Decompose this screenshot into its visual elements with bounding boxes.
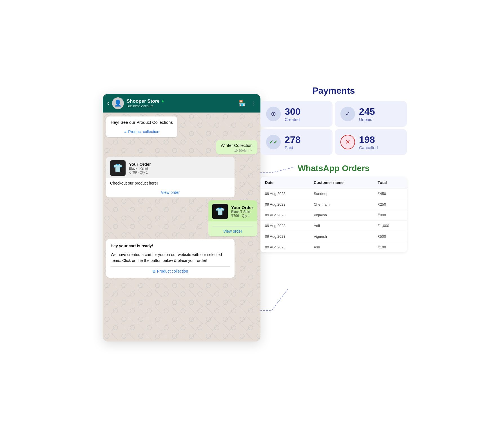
- menu-icon[interactable]: ⋮: [250, 100, 256, 107]
- order-details-1: Your Order Black T-Shirt ₹799 · Qty 1: [129, 162, 151, 174]
- table-cell-total: ₹800: [373, 210, 407, 220]
- winter-collection-bubble: Winter Collection 10.30AM ✓✓: [216, 140, 257, 154]
- order-card-1: 👕 Your Order Black T-Shirt ₹799 · Qty 1 …: [106, 157, 235, 197]
- verified-badge: ✦: [161, 99, 164, 104]
- table-cell-total: ₹450: [373, 188, 407, 199]
- table-cell-customer: Sandeep: [309, 188, 373, 199]
- table-header-row: Date Customer name Total: [260, 177, 407, 188]
- table-cell-customer: Vignesh: [309, 210, 373, 220]
- paid-icon: ✔✔: [266, 135, 281, 149]
- external-link-icon: ⧉: [153, 269, 155, 274]
- store-icon[interactable]: 🏪: [239, 100, 246, 107]
- col-date: Date: [260, 177, 309, 188]
- header-icons: 🏪 ⋮: [239, 100, 256, 107]
- back-button[interactable]: ‹: [107, 100, 109, 106]
- paid-number: 278: [285, 134, 301, 145]
- order-header-1: 👕 Your Order Black T-Shirt ₹799 · Qty 1: [106, 157, 235, 178]
- created-icon: ⊕: [266, 107, 281, 121]
- table-row: 09 Aug,2023Vignesh₹500: [260, 231, 407, 242]
- table-row: 09 Aug,2023Chennam₹250: [260, 199, 407, 210]
- table-row: 09 Aug,2023Adil₹1,000: [260, 220, 407, 231]
- list-icon: ≡: [124, 129, 126, 134]
- header-info: Shooper Store ✦ Business Account: [127, 98, 236, 108]
- table-row: 09 Aug,2023Sandeep₹450: [260, 188, 407, 199]
- unpaid-label: Unpaid: [359, 117, 375, 122]
- product-collection-bubble: Hey! See our Product Collections ≡ Produ…: [106, 116, 177, 137]
- orders-title: WhatsApp Orders: [260, 163, 407, 173]
- order-body-2: View order: [208, 221, 257, 236]
- payment-card-unpaid: ✓ 245 Unpaid: [335, 101, 407, 127]
- bubble-time: 10.30AM ✓✓: [221, 149, 253, 152]
- table-cell-customer: Vignesh: [309, 231, 373, 242]
- table-cell-date: 09 Aug,2023: [260, 242, 309, 252]
- cancelled-icon: ✕: [340, 135, 355, 149]
- cancelled-label: Cancelled: [359, 145, 378, 150]
- unpaid-icon: ✓: [340, 107, 355, 121]
- orders-table: Date Customer name Total 09 Aug,2023Sand…: [260, 177, 407, 252]
- table-cell-total: ₹250: [373, 199, 407, 210]
- table-cell-customer: Adil: [309, 220, 373, 231]
- col-customer: Customer name: [309, 177, 373, 188]
- chat-area: Hey! See our Product Collections ≡ Produ…: [103, 113, 260, 340]
- table-cell-total: ₹100: [373, 242, 407, 252]
- col-total: Total: [373, 177, 407, 188]
- payment-card-created: ⊕ 300 Created: [260, 101, 333, 127]
- paid-label: Paid: [285, 145, 301, 150]
- right-panel: Payments ⊕ 300 Created ✓ 245 Unpaid ✔✔: [260, 86, 407, 252]
- avatar: 👤: [112, 97, 124, 109]
- unpaid-number: 245: [359, 106, 375, 117]
- table-cell-customer: Ash: [309, 242, 373, 252]
- created-label: Created: [285, 117, 301, 122]
- table-cell-date: 09 Aug,2023: [260, 210, 309, 220]
- table-cell-date: 09 Aug,2023: [260, 199, 309, 210]
- view-order-link-1[interactable]: View order: [110, 190, 231, 195]
- order-header-2: 👕 Your Order Black T-Shirt ₹799 · Qty 1: [208, 200, 257, 221]
- svg-line-5: [272, 288, 289, 311]
- created-number: 300: [285, 106, 301, 117]
- table-cell-date: 09 Aug,2023: [260, 220, 309, 231]
- cart-bubble: Hey your cart is ready! We have created …: [106, 239, 235, 278]
- payments-title: Payments: [260, 86, 407, 96]
- phone-mock: ‹ 👤 Shooper Store ✦ Business Account 🏪 ⋮…: [103, 94, 260, 342]
- payment-info-unpaid: 245 Unpaid: [359, 106, 375, 122]
- table-cell-customer: Chennam: [309, 199, 373, 210]
- order-body-1: Checkout our product here! View order: [106, 178, 235, 197]
- payment-card-cancelled: ✕ 198 Cancelled: [335, 129, 407, 155]
- chat-header: ‹ 👤 Shooper Store ✦ Business Account 🏪 ⋮: [103, 94, 260, 113]
- account-type: Business Account: [127, 104, 236, 108]
- product-collection-link[interactable]: ≡ Product collection: [111, 129, 173, 134]
- view-order-link-2[interactable]: View order: [212, 229, 253, 233]
- payment-info-paid: 278 Paid: [285, 134, 301, 150]
- table-cell-date: 09 Aug,2023: [260, 188, 309, 199]
- payments-grid: ⊕ 300 Created ✓ 245 Unpaid ✔✔ 278 Pai: [260, 101, 407, 155]
- payment-info-created: 300 Created: [285, 106, 301, 122]
- cancelled-number: 198: [359, 134, 378, 145]
- payment-info-cancelled: 198 Cancelled: [359, 134, 378, 150]
- table-row: 09 Aug,2023Vignesh₹800: [260, 210, 407, 220]
- tshirt-image-1: 👕: [110, 160, 126, 176]
- table-cell-date: 09 Aug,2023: [260, 231, 309, 242]
- payment-card-paid: ✔✔ 278 Paid: [260, 129, 333, 155]
- cart-product-link[interactable]: ⧉ Product collection: [111, 269, 230, 274]
- cart-body: We have created a cart for you on our we…: [111, 252, 230, 264]
- winter-text: Winter Collection: [221, 143, 253, 148]
- order-details-2: Your Order Black T-Shirt ₹799 · Qty 1: [231, 205, 253, 218]
- store-name: Shooper Store ✦: [127, 98, 236, 104]
- order-card-2: 👕 Your Order Black T-Shirt ₹799 · Qty 1 …: [208, 200, 257, 236]
- table-cell-total: ₹1,000: [373, 220, 407, 231]
- tshirt-image-2: 👕: [212, 204, 228, 219]
- cart-title: Hey your cart is ready!: [111, 243, 230, 249]
- table-row: 09 Aug,2023Ash₹100: [260, 242, 407, 252]
- msg1-text: Hey! See our Product Collections: [111, 120, 173, 125]
- table-cell-total: ₹500: [373, 231, 407, 242]
